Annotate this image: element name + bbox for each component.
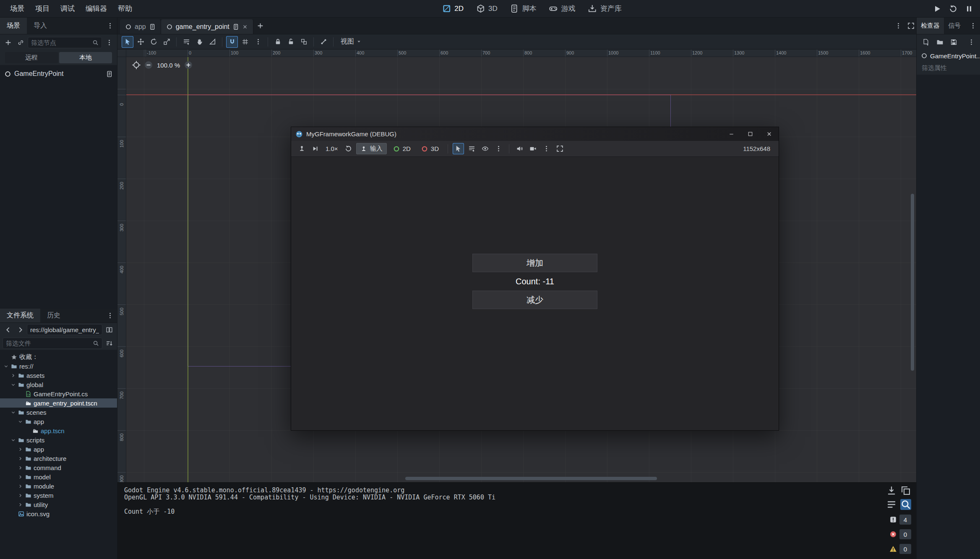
camera-options-icon[interactable] (541, 143, 552, 154)
close-tab-icon[interactable] (242, 24, 248, 30)
file-item[interactable]: app.tscn (0, 426, 117, 435)
horizontal-scrollbar[interactable] (405, 477, 657, 480)
file-item[interactable]: C#GameEntryPoint.cs (0, 389, 117, 398)
next-frame-icon[interactable] (310, 143, 321, 154)
tree-arrow-icon[interactable] (18, 456, 23, 461)
filesystem-menu-icon[interactable] (104, 310, 115, 321)
sort-files-icon[interactable] (104, 338, 115, 348)
file-item[interactable]: command (0, 463, 117, 472)
scene-root-node[interactable]: GameEntryPoint (0, 68, 117, 80)
workspace-button[interactable]: 3D (472, 2, 502, 15)
scene-tab[interactable]: app (120, 19, 161, 34)
output-counter-messages[interactable]: 4 (889, 515, 911, 525)
embed-options-icon[interactable] (554, 143, 566, 154)
dock-tab[interactable]: 导入 (27, 18, 54, 34)
tree-arrow-icon[interactable] (10, 410, 16, 415)
group-icon[interactable] (298, 36, 310, 48)
view-menu[interactable]: 视图 (337, 37, 365, 46)
split-view-icon[interactable] (104, 324, 115, 335)
file-item[interactable]: module (0, 481, 117, 491)
distraction-free-icon[interactable] (905, 21, 916, 31)
game-window-titlebar[interactable]: MyGFrameworkGame (DEBUG) (291, 127, 779, 141)
tree-arrow-icon[interactable] (18, 502, 23, 507)
search-output-icon[interactable] (900, 499, 911, 510)
file-item[interactable]: icon.svg (0, 509, 117, 518)
scene-tab[interactable]: game_entry_point (161, 19, 253, 34)
vertical-scrollbar[interactable] (911, 194, 914, 371)
camera-override-icon[interactable] (527, 143, 539, 154)
file-item[interactable]: system (0, 491, 117, 500)
tree-arrow-icon[interactable] (10, 437, 16, 443)
dock-tab[interactable]: 场景 (0, 18, 27, 34)
input-mode-toggle[interactable]: 输入 (356, 143, 387, 154)
inspected-node-row[interactable]: GameEntryPoint... (917, 49, 980, 62)
rotate-tool[interactable] (148, 36, 159, 48)
mode-2d-toggle[interactable]: 2D (389, 143, 415, 154)
pan-tool[interactable] (193, 36, 205, 48)
new-scene-tab-icon[interactable] (255, 21, 266, 31)
select-tool[interactable] (122, 36, 133, 48)
ruler-tool[interactable] (206, 36, 218, 48)
inspector-menu-icon[interactable] (967, 21, 978, 31)
file-item[interactable]: scenes (0, 408, 117, 417)
save-log-icon[interactable] (886, 485, 897, 496)
tree-arrow-icon[interactable] (18, 465, 23, 471)
gamepad-icon[interactable] (296, 143, 308, 154)
history-back-icon[interactable] (3, 324, 13, 335)
file-filter-input[interactable] (6, 340, 91, 347)
file-filter-field[interactable] (3, 338, 102, 349)
new-resource-icon[interactable] (921, 37, 931, 47)
file-item[interactable]: app (0, 445, 117, 454)
minimize-button[interactable] (722, 127, 741, 141)
scene-filter-input[interactable] (31, 39, 91, 46)
menu-item[interactable]: 编辑器 (81, 2, 112, 16)
save-resource-icon[interactable] (949, 37, 959, 47)
decrease-button[interactable]: 减少 (472, 291, 597, 309)
workspace-button[interactable]: 2D (438, 2, 468, 15)
file-item[interactable]: res:// (0, 361, 117, 371)
panel-menu-icon[interactable] (893, 21, 904, 31)
file-item[interactable]: global (0, 380, 117, 389)
reset-speed-icon[interactable] (343, 143, 354, 154)
visibility-tool[interactable] (480, 143, 491, 154)
menu-item[interactable]: 调试 (55, 2, 80, 16)
file-item[interactable]: utility (0, 500, 117, 509)
scene-source-toggle[interactable]: 远程 (5, 52, 58, 63)
game-debug-window[interactable]: MyGFrameworkGame (DEBUG) 1.0× 输入 (291, 127, 779, 431)
copy-output-icon[interactable] (900, 485, 911, 496)
tree-arrow-icon[interactable] (18, 493, 23, 498)
scene-tree-options-icon[interactable] (104, 37, 115, 48)
scene-dock-menu-icon[interactable] (104, 21, 115, 31)
file-item[interactable]: game_entry_point.tscn (0, 398, 117, 408)
zoom-in-icon[interactable] (184, 60, 193, 70)
center-view-icon[interactable] (132, 60, 141, 70)
script-icon[interactable] (106, 70, 113, 78)
maximize-button[interactable] (741, 127, 760, 141)
file-item[interactable]: scripts (0, 435, 117, 445)
lock-icon[interactable] (272, 36, 284, 48)
tree-arrow-icon[interactable] (10, 382, 16, 387)
mode-3d-toggle[interactable]: 3D (417, 143, 443, 154)
move-tool[interactable] (135, 36, 146, 48)
mute-audio-icon[interactable] (514, 143, 525, 154)
menu-item[interactable]: 场景 (5, 2, 29, 16)
resource-options-icon[interactable] (966, 37, 976, 47)
grid-snap-toggle[interactable] (239, 36, 251, 48)
zoom-out-icon[interactable] (144, 60, 153, 70)
path-input[interactable] (30, 326, 99, 333)
skeleton-icon[interactable] (318, 36, 329, 48)
menu-item[interactable]: 帮助 (113, 2, 137, 16)
speed-dropdown[interactable]: 1.0× (323, 145, 341, 152)
close-button[interactable] (760, 127, 779, 141)
tree-arrow-icon[interactable] (18, 474, 23, 480)
dock-tab[interactable]: 信号 (944, 18, 965, 34)
increase-button[interactable]: 增加 (472, 254, 597, 272)
file-item[interactable]: architecture (0, 454, 117, 463)
workspace-button[interactable]: 资产库 (584, 2, 626, 16)
tree-arrow-icon[interactable] (18, 484, 23, 489)
path-field[interactable] (27, 324, 102, 335)
dock-tab[interactable]: 检查器 (917, 18, 944, 34)
add-node-icon[interactable] (3, 37, 13, 48)
instance-scene-icon[interactable] (15, 37, 26, 48)
selection-options-icon[interactable] (493, 143, 504, 154)
